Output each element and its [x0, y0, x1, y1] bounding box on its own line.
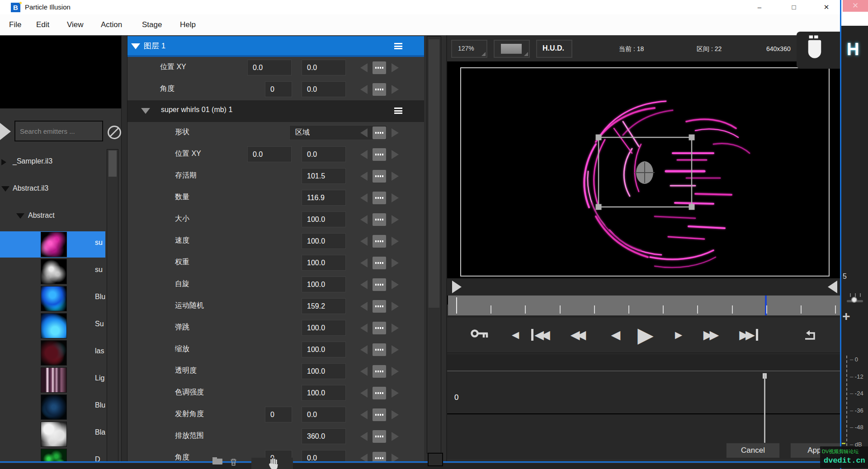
emitter-item[interactable]: Blu [0, 394, 107, 420]
in-point-flag[interactable] [452, 281, 462, 293]
next-key-icon[interactable] [392, 258, 399, 267]
fast-back-button[interactable]: ◀◀ [560, 317, 596, 352]
keyframe-dots-button[interactable] [373, 213, 386, 226]
param-value-field[interactable]: 0.0 [302, 407, 346, 422]
background-color-button[interactable] [494, 40, 530, 58]
prev-key-icon[interactable] [360, 237, 368, 246]
emitter-item[interactable]: Lig [0, 367, 107, 393]
next-key-icon[interactable] [392, 302, 399, 311]
keyframe-dots-button[interactable] [373, 343, 386, 356]
menu-item-file[interactable]: File [6, 14, 24, 35]
to-start-button[interactable]: ◀◀ [522, 317, 558, 352]
keyframe-dots-button[interactable] [373, 61, 386, 74]
hud-toggle-button[interactable]: H.U.D. [536, 40, 572, 58]
zoom-level-button[interactable]: 127% [451, 40, 487, 58]
tree-item-abstract-il3[interactable]: Abstract.il3 [0, 181, 107, 198]
minimize-button[interactable]: – [749, 0, 770, 14]
prev-key-icon[interactable] [360, 258, 368, 267]
keyframe-dots-button[interactable] [373, 365, 386, 378]
next-key-icon[interactable] [392, 345, 399, 354]
param-value-field[interactable]: 100.0 [302, 363, 346, 379]
param-value-field[interactable]: 0 [265, 407, 292, 422]
emitter-item[interactable]: las [0, 340, 107, 366]
param-value-field[interactable]: 100.0 [302, 342, 346, 357]
emitter-menu-icon[interactable] [394, 108, 402, 114]
audio-graph-area[interactable]: 0 [447, 371, 841, 459]
param-value-field[interactable]: 0.0 [247, 60, 292, 75]
close-button[interactable]: ✕ [816, 0, 837, 14]
prev-key-icon[interactable] [360, 128, 368, 137]
next-key-icon[interactable] [392, 454, 399, 461]
trash-icon[interactable] [230, 458, 237, 466]
folder-icon[interactable] [212, 459, 222, 464]
mini-slider-knob[interactable] [851, 297, 857, 303]
prev-key-icon[interactable] [360, 280, 368, 289]
emitter-item[interactable]: su [0, 231, 105, 258]
collapse-triangle-icon[interactable] [131, 43, 140, 49]
clear-search-icon[interactable] [108, 126, 121, 139]
emitter-item[interactable]: D [0, 448, 107, 461]
to-end-button[interactable]: ▶▶ [731, 317, 767, 352]
prev-key-icon[interactable] [360, 193, 368, 202]
tree-item-_sampler-il3[interactable]: _Sampler.il3 [0, 154, 107, 171]
collapse-triangle-icon[interactable] [141, 108, 150, 114]
play-button[interactable]: ▶ [627, 317, 664, 352]
param-value-field[interactable]: 100.0 [302, 320, 346, 336]
fast-forward-button[interactable]: ▶▶ [693, 317, 729, 352]
search-input[interactable] [15, 122, 111, 141]
overlay-close-button[interactable]: ✕ [843, 0, 868, 12]
prev-key-icon[interactable] [360, 389, 368, 398]
param-value-field[interactable]: 0.0 [302, 81, 346, 97]
keyframe-dots-button[interactable] [373, 192, 386, 204]
hand-tool-icon[interactable] [269, 458, 279, 469]
next-key-icon[interactable] [392, 280, 399, 289]
scrollbar-thumb[interactable] [108, 150, 117, 177]
particle-preview[interactable] [460, 67, 830, 277]
param-value-field[interactable]: 100.0 [302, 233, 346, 249]
plus-icon[interactable]: + [842, 309, 850, 324]
menu-item-action[interactable]: Action [98, 14, 125, 35]
prev-key-icon[interactable] [360, 172, 368, 181]
next-key-icon[interactable] [392, 85, 399, 94]
param-value-field[interactable]: 159.2 [302, 298, 346, 314]
param-value-field[interactable]: 100.0 [302, 211, 346, 227]
keyframe-dots-button[interactable] [373, 278, 386, 291]
prev-key-icon[interactable] [360, 432, 368, 441]
parameters-scrollbar[interactable] [427, 36, 441, 454]
param-value-field[interactable]: 100.0 [302, 385, 346, 401]
prev-key-icon[interactable] [360, 410, 368, 419]
keyframe-dots-button[interactable] [373, 257, 386, 269]
next-key-icon[interactable] [392, 63, 399, 72]
next-key-icon[interactable] [392, 389, 399, 398]
param-value-field[interactable]: 100.0 [302, 255, 346, 271]
emitter-item[interactable]: su [0, 258, 107, 285]
keyframe-dots-button[interactable] [373, 83, 386, 96]
menu-item-help[interactable]: Help [177, 14, 198, 35]
stage[interactable] [447, 61, 841, 305]
keyframe-dots-button[interactable] [373, 322, 386, 334]
emitter-item[interactable]: Su [0, 313, 107, 339]
prev-key-icon[interactable] [360, 302, 368, 311]
keyframe-dots-button[interactable] [373, 452, 386, 461]
next-key-icon[interactable] [392, 215, 399, 224]
param-value-field[interactable]: 116.9 [302, 190, 346, 206]
preview-play-icon[interactable] [0, 123, 11, 140]
next-key-icon[interactable] [392, 150, 399, 159]
menu-item-view[interactable]: View [64, 14, 86, 35]
prev-key-icon[interactable] [360, 324, 368, 333]
next-key-icon[interactable] [392, 410, 399, 419]
menu-item-stage[interactable]: Stage [139, 14, 165, 35]
param-value-field[interactable]: 100.0 [302, 277, 346, 292]
param-value-field[interactable]: 0.0 [302, 146, 346, 162]
emitter-header[interactable]: super whirls 01 (mb) 1 [127, 100, 424, 122]
keyframe-dots-button[interactable] [373, 170, 386, 183]
prev-key-icon[interactable] [360, 85, 368, 94]
tree-item-abstract[interactable]: Abstract [0, 208, 107, 225]
prev-key-icon[interactable] [360, 215, 368, 224]
keyframe-dots-button[interactable] [373, 408, 386, 421]
emitter-item[interactable]: Blu [0, 286, 107, 312]
param-value-field[interactable]: 360.0 [302, 428, 346, 444]
prev-key-icon[interactable] [360, 63, 368, 72]
loop-button[interactable] [792, 317, 828, 352]
chevron-down-icon[interactable] [1, 186, 9, 192]
